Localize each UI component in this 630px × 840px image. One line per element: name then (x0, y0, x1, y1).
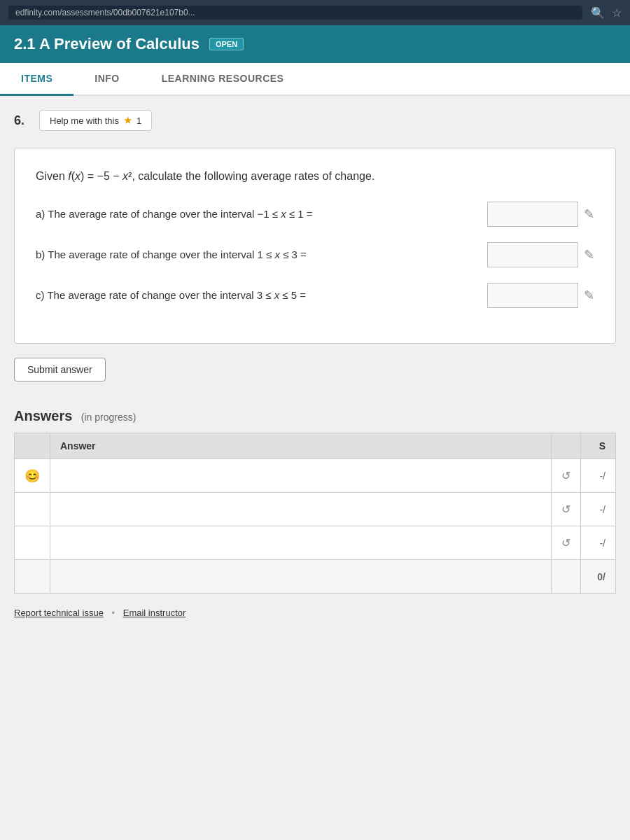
total-row: 0/ (15, 560, 616, 594)
row3-answer (50, 526, 552, 560)
part-c-check-icon[interactable]: ✎ (584, 288, 594, 303)
part-a-answer-wrapper: ✎ (487, 202, 594, 227)
answers-table: Answer S 😊 ↺ -/ (14, 433, 616, 594)
problem-number: 6. (14, 113, 31, 128)
part-b-check-icon[interactable]: ✎ (584, 247, 594, 262)
tab-items[interactable]: ITEMS (0, 63, 74, 96)
part-a-input[interactable] (487, 202, 578, 227)
table-col-num (15, 433, 50, 459)
part-b-text: b) The average rate of change over the i… (36, 247, 480, 263)
submit-button[interactable]: Submit answer (14, 358, 106, 382)
row2-num (15, 493, 50, 526)
url-bar[interactable]: edfinity.com/assessments/00db007621e107b… (8, 6, 582, 20)
tab-info[interactable]: INFO (74, 63, 140, 96)
row1-num: 😊 (15, 459, 50, 493)
total-empty (50, 560, 552, 594)
problem-box: Given f(x) = −5 − x², calculate the foll… (14, 148, 616, 344)
tab-learning-resources[interactable]: LEARNING RESOURCES (141, 63, 305, 96)
answers-section: Answers (in progress) Answer S 😊 (14, 408, 616, 594)
part-c-text: c) The average rate of change over the i… (36, 288, 480, 304)
table-col-score: S (581, 433, 616, 459)
row2-action: ↺ (552, 493, 581, 526)
page-header: 2.1 A Preview of Calculus OPEN (0, 25, 630, 63)
table-col-action (552, 433, 581, 459)
bookmark-icon[interactable]: ☆ (612, 6, 622, 20)
total-action (552, 560, 581, 594)
table-row: ↺ -/ (15, 493, 616, 526)
part-b-input[interactable] (487, 242, 578, 267)
part-a-check-icon[interactable]: ✎ (584, 206, 594, 222)
part-a-text: a) The average rate of change over the i… (36, 206, 480, 223)
browser-bar: edfinity.com/assessments/00db007621e107b… (0, 0, 630, 25)
row3-action: ↺ (552, 526, 581, 560)
browser-icons: 🔍 ☆ (591, 6, 622, 20)
refresh-icon-2[interactable]: ↺ (561, 503, 570, 515)
refresh-icon-3[interactable]: ↺ (561, 537, 570, 549)
footer-links: Report technical issue • Email instructo… (14, 608, 616, 618)
search-icon[interactable]: 🔍 (591, 6, 605, 20)
report-technical-issue-link[interactable]: Report technical issue (14, 608, 104, 618)
part-b-answer-wrapper: ✎ (487, 242, 594, 267)
open-badge: OPEN (209, 38, 244, 50)
row1-score: -/ (581, 459, 616, 493)
table-row: 😊 ↺ -/ (15, 459, 616, 493)
row2-score: -/ (581, 493, 616, 526)
star-icon: ★ (123, 114, 132, 127)
problem-header: 6. Help me with this ★ 1 (14, 110, 616, 131)
row1-answer (50, 459, 552, 493)
row2-answer (50, 493, 552, 526)
row3-score: -/ (581, 526, 616, 560)
problem-statement: Given f(x) = −5 − x², calculate the foll… (36, 168, 594, 185)
table-col-answer: Answer (50, 433, 552, 459)
help-button[interactable]: Help me with this ★ 1 (39, 110, 152, 131)
refresh-icon-1[interactable]: ↺ (561, 470, 570, 482)
problem-part-b: b) The average rate of change over the i… (36, 242, 594, 267)
total-label (15, 560, 50, 594)
part-c-input[interactable] (487, 283, 578, 308)
answers-header: Answers (in progress) (14, 408, 616, 424)
page-title: 2.1 A Preview of Calculus (14, 35, 200, 53)
main-content: 6. Help me with this ★ 1 Given f(x) = −5… (0, 96, 630, 840)
row1-action: ↺ (552, 459, 581, 493)
row3-num (15, 526, 50, 560)
part-c-answer-wrapper: ✎ (487, 283, 594, 308)
footer-separator: • (112, 608, 115, 618)
problem-part-a: a) The average rate of change over the i… (36, 202, 594, 227)
problem-part-c: c) The average rate of change over the i… (36, 283, 594, 308)
tab-navigation: ITEMS INFO LEARNING RESOURCES (0, 63, 630, 96)
table-row: ↺ -/ (15, 526, 616, 560)
total-score: 0/ (581, 560, 616, 594)
email-instructor-link[interactable]: Email instructor (123, 608, 186, 618)
